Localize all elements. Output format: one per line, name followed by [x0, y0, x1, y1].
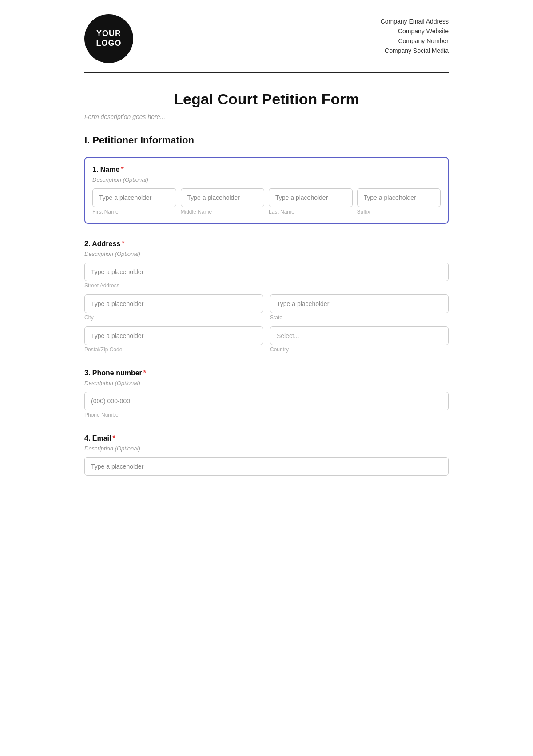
- country-label: Country: [270, 346, 289, 353]
- question-address: 2. Address* Description (Optional) Stree…: [84, 240, 449, 353]
- email-description: Description (Optional): [84, 445, 449, 452]
- zip-input[interactable]: [84, 326, 263, 345]
- name-required-marker: *: [121, 166, 123, 173]
- company-logo: YOUR LOGO: [84, 14, 133, 63]
- state-input[interactable]: [270, 294, 449, 313]
- email-input[interactable]: [84, 457, 449, 476]
- page-header: YOUR LOGO Company Email Address Company …: [67, 0, 466, 72]
- email-label: 4. Email*: [84, 434, 449, 442]
- phone-description: Description (Optional): [84, 380, 449, 386]
- zip-country-row: Postal/Zip Code Select... Country: [84, 326, 449, 353]
- street-label: Street Address: [84, 283, 119, 289]
- first-name-label: First Name: [92, 209, 176, 215]
- name-description: Description (Optional): [92, 176, 441, 183]
- email-field-wrap: [84, 457, 449, 476]
- form-description: Form description goes here...: [84, 113, 449, 120]
- middle-name-input[interactable]: [181, 188, 265, 207]
- address-required-marker: *: [122, 240, 124, 247]
- address-label: 2. Address*: [84, 240, 449, 248]
- suffix-label: Suffix: [357, 209, 441, 215]
- last-name-label: Last Name: [269, 209, 353, 215]
- company-social: Company Social Media: [381, 47, 449, 54]
- middle-name-field-wrap: Middle Name: [181, 188, 265, 215]
- city-label: City: [84, 314, 94, 321]
- question-name: 1. Name* Description (Optional) First Na…: [84, 157, 449, 224]
- form-title: Legal Court Petition Form: [84, 91, 449, 108]
- last-name-field-wrap: Last Name: [269, 188, 353, 215]
- state-field-wrap: State: [270, 294, 449, 321]
- question-email: 4. Email* Description (Optional): [84, 434, 449, 476]
- country-select[interactable]: Select...: [270, 326, 449, 345]
- street-field-wrap: Street Address: [84, 263, 449, 289]
- middle-name-label: Middle Name: [181, 209, 265, 215]
- section1-title: I. Petitioner Information: [84, 135, 449, 146]
- question-phone: 3. Phone number* Description (Optional) …: [84, 369, 449, 418]
- email-required-marker: *: [112, 434, 115, 442]
- name-card: 1. Name* Description (Optional) First Na…: [84, 157, 449, 224]
- last-name-input[interactable]: [269, 188, 353, 207]
- company-number: Company Number: [381, 37, 449, 44]
- company-info-block: Company Email Address Company Website Co…: [381, 14, 449, 54]
- name-fields-row: First Name Middle Name Last Name Suffix: [92, 188, 441, 215]
- state-label: State: [270, 314, 282, 321]
- first-name-input[interactable]: [92, 188, 176, 207]
- zip-field-wrap: Postal/Zip Code: [84, 326, 263, 353]
- phone-input[interactable]: [84, 392, 449, 410]
- phone-required-marker: *: [143, 369, 146, 377]
- suffix-field-wrap: Suffix: [357, 188, 441, 215]
- zip-label: Postal/Zip Code: [84, 346, 122, 353]
- phone-label: 3. Phone number*: [84, 369, 449, 377]
- phone-number-label: Phone Number: [84, 412, 120, 418]
- street-address-input[interactable]: [84, 263, 449, 281]
- form-body: Legal Court Petition Form Form descripti…: [67, 73, 466, 518]
- company-website: Company Website: [381, 28, 449, 35]
- first-name-field-wrap: First Name: [92, 188, 176, 215]
- address-description: Description (Optional): [84, 251, 449, 257]
- phone-field-wrap: Phone Number: [84, 392, 449, 418]
- city-field-wrap: City: [84, 294, 263, 321]
- name-label: 1. Name*: [92, 166, 441, 174]
- city-state-row: City State: [84, 294, 449, 321]
- city-input[interactable]: [84, 294, 263, 313]
- suffix-input[interactable]: [357, 188, 441, 207]
- company-email: Company Email Address: [381, 18, 449, 25]
- country-field-wrap: Select... Country: [270, 326, 449, 353]
